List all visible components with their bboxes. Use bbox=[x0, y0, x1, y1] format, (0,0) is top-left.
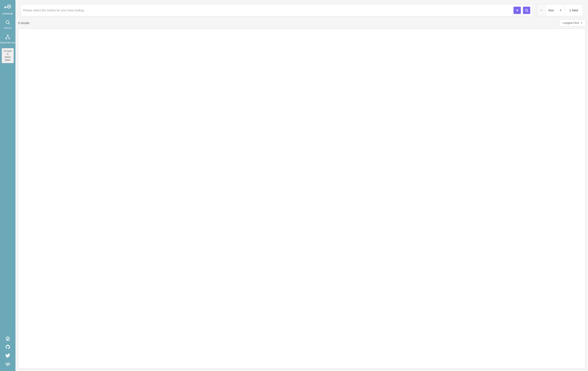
svg-point-2 bbox=[8, 6, 10, 7]
svg-point-7 bbox=[9, 38, 10, 39]
dependencies-label: Dependencies bbox=[0, 41, 15, 44]
svg-rect-11 bbox=[7, 339, 8, 340]
search-placeholder: Please select the criteria for your trac… bbox=[23, 9, 511, 12]
svg-rect-15 bbox=[9, 363, 10, 365]
svg-point-5 bbox=[7, 35, 8, 36]
twitter-icon[interactable] bbox=[5, 353, 10, 358]
sidebar-item-dependencies[interactable]: Dependencies bbox=[0, 32, 15, 46]
results-count: 0 results bbox=[18, 21, 29, 25]
svg-rect-12 bbox=[6, 363, 6, 365]
sort-label: Longest First bbox=[563, 21, 579, 24]
time-increase-button[interactable]: + bbox=[556, 4, 565, 16]
run-search-button[interactable] bbox=[523, 7, 530, 14]
svg-point-6 bbox=[6, 38, 7, 39]
time-value-display: 1 Hour bbox=[565, 4, 583, 16]
go-back-button[interactable]: Go back to classic Zipkin bbox=[2, 48, 13, 63]
svg-line-4 bbox=[9, 23, 10, 24]
search-label: Search bbox=[4, 27, 11, 29]
gitter-icon[interactable] bbox=[5, 361, 10, 367]
main-content: Please select the criteria for your trac… bbox=[15, 0, 588, 371]
add-criteria-button[interactable]: + bbox=[514, 7, 521, 14]
time-decrease-button[interactable]: − bbox=[537, 4, 546, 16]
sidebar: ZIPKIN Search Dependencies Go back to cl… bbox=[0, 0, 15, 371]
zipkin-logo-icon bbox=[3, 3, 12, 11]
time-max-label: Max bbox=[546, 4, 556, 16]
svg-rect-14 bbox=[8, 363, 9, 366]
logo-link[interactable]: ZIPKIN bbox=[0, 0, 15, 17]
github-icon[interactable] bbox=[5, 344, 10, 349]
results-content-area bbox=[18, 29, 585, 368]
svg-line-17 bbox=[527, 11, 528, 11]
svg-rect-13 bbox=[7, 363, 8, 366]
chevron-down-icon: ▾ bbox=[581, 22, 582, 24]
svg-line-9 bbox=[8, 36, 9, 38]
sort-dropdown[interactable]: Longest First ▾ bbox=[559, 19, 585, 26]
time-control: − Max + 1 Hour bbox=[537, 4, 583, 16]
results-bar: 0 results Longest First ▾ bbox=[15, 16, 588, 29]
sidebar-item-search[interactable]: Search bbox=[0, 17, 15, 32]
search-bar: Please select the criteria for your trac… bbox=[21, 4, 533, 16]
logo-text: ZIPKIN bbox=[3, 12, 13, 15]
search-icon bbox=[5, 20, 10, 26]
home-icon[interactable] bbox=[5, 336, 10, 341]
svg-line-8 bbox=[6, 36, 8, 38]
dependencies-icon bbox=[5, 34, 10, 40]
sidebar-bottom-icons bbox=[0, 336, 15, 367]
search-run-icon bbox=[525, 8, 528, 12]
